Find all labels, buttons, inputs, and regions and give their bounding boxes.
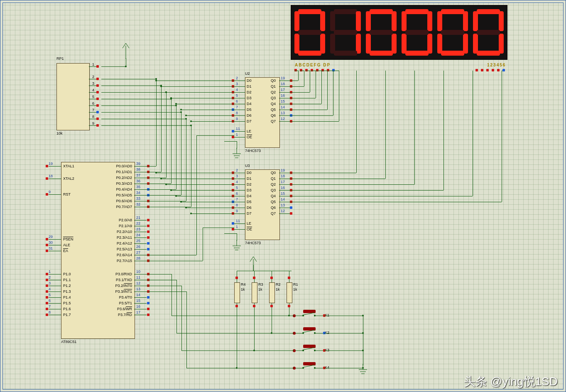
wire	[339, 71, 339, 121]
mcu-left-0: XTAL1	[63, 164, 74, 168]
pin-probe	[46, 290, 48, 293]
pin-probe	[96, 104, 99, 107]
pin-probe	[147, 302, 149, 304]
mcu-left-3: PSEN	[63, 237, 74, 241]
wire	[324, 368, 363, 368]
ground-icon	[232, 240, 242, 252]
wire	[310, 71, 310, 92]
wire	[186, 208, 234, 208]
wire	[324, 333, 363, 333]
pin-probe	[96, 84, 99, 87]
wire	[290, 92, 310, 93]
wire	[290, 98, 316, 98]
rp1-pin-2: 2	[92, 75, 94, 79]
wire	[101, 125, 191, 126]
mcu-left-num-8: 3	[49, 281, 51, 285]
resistor-R3[interactable]	[252, 282, 257, 303]
pin-probe	[46, 244, 48, 246]
u3-name: U3	[245, 164, 250, 168]
pin-probe	[147, 225, 149, 227]
mcu-left-num-11: 6	[49, 299, 51, 303]
mcu-left-num-6: 1	[49, 270, 51, 274]
wire	[414, 71, 415, 184]
pin-probe	[96, 98, 99, 100]
wire	[156, 173, 234, 173]
pin-probe	[235, 277, 238, 279]
wire	[237, 311, 237, 368]
rp1-pin-3: 3	[92, 81, 94, 86]
mcu-left-num-4: 30	[49, 240, 53, 245]
ground-icon	[358, 364, 368, 375]
wire	[290, 81, 298, 81]
pin-probe	[147, 296, 149, 299]
wire	[289, 303, 289, 311]
wire	[356, 71, 357, 173]
wire	[171, 190, 234, 191]
wire	[176, 105, 176, 189]
rp1-pin-6: 6	[92, 101, 94, 105]
pin-probe	[147, 230, 149, 233]
wire	[253, 265, 254, 271]
pin-probe	[232, 228, 234, 230]
rp1-pin-5: 5	[92, 95, 94, 99]
wire	[290, 196, 473, 196]
rp1-pin-8: 8	[92, 115, 94, 119]
schematic-canvas[interactable]: ABCDEFG DP 123456 /*placeholder for orde…	[0, 0, 566, 392]
wire	[181, 110, 234, 110]
wire	[172, 316, 294, 316]
seven-segment-display[interactable]	[291, 5, 507, 60]
wire	[166, 92, 167, 178]
pin-probe	[46, 296, 48, 299]
wire	[321, 71, 322, 104]
wire	[147, 280, 176, 280]
wire	[502, 71, 502, 71]
wire	[186, 115, 234, 116]
res-name-0: R4	[241, 282, 246, 287]
rp1-body[interactable]	[56, 63, 90, 130]
res-val-1: 1k	[258, 287, 262, 292]
wire	[363, 316, 363, 365]
wire	[156, 81, 234, 81]
wire	[316, 71, 322, 71]
pin-probe	[46, 165, 48, 167]
pin-probe	[147, 314, 149, 316]
u3-type: 74HC573	[245, 241, 261, 245]
pin-probe	[46, 177, 48, 180]
wire	[186, 368, 294, 368]
wire	[161, 179, 234, 179]
mcu-left-1: XTAL2	[63, 176, 74, 181]
pin-probe	[481, 69, 483, 71]
wire	[147, 207, 191, 207]
wire	[147, 195, 181, 196]
u2-name: U2	[245, 71, 250, 76]
wire	[147, 184, 171, 184]
wire	[147, 261, 203, 261]
mcu-left-9: P1.3	[63, 289, 71, 294]
wire	[186, 292, 187, 368]
pin-probe	[46, 308, 48, 310]
pin-probe	[270, 305, 273, 307]
pin-probe	[300, 69, 302, 71]
resistor-R1[interactable]	[287, 282, 292, 303]
resistor-R2[interactable]	[269, 282, 275, 303]
wire	[290, 173, 356, 173]
rp1-value: 10k	[56, 131, 63, 135]
mcu-left-12: P1.6	[63, 307, 71, 311]
wire	[101, 66, 126, 67]
wire	[333, 71, 333, 115]
rp1-pin-1: 1	[92, 62, 94, 66]
wire	[298, 71, 299, 81]
wire	[101, 99, 171, 99]
wire	[191, 213, 234, 214]
pin-probe	[147, 308, 149, 310]
wire	[237, 233, 237, 241]
wire	[385, 71, 386, 179]
wire	[176, 280, 177, 333]
wire	[181, 350, 294, 351]
wire	[176, 333, 294, 333]
wire	[186, 119, 186, 201]
pin-probe	[311, 69, 313, 71]
mcu-left-11: P1.5	[63, 301, 71, 305]
pin-probe	[232, 222, 234, 225]
resistor-R4[interactable]	[234, 282, 240, 303]
